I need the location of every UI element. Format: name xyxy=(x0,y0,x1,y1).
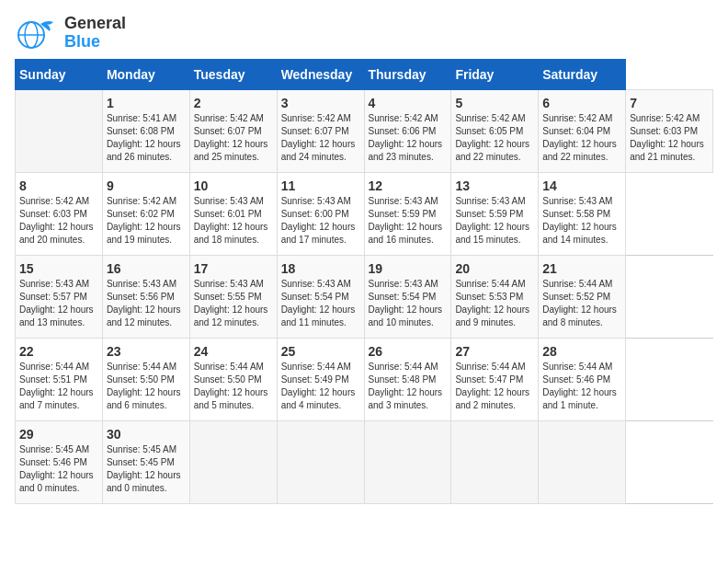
sunset-text: Sunset: 6:03 PM xyxy=(19,208,98,221)
daylight-text: Daylight: 12 hours and 14 minutes. xyxy=(542,221,621,247)
daylight-text: Daylight: 12 hours and 11 minutes. xyxy=(281,304,360,329)
day-number: 13 xyxy=(455,178,534,193)
cell-info: Sunrise: 5:44 AM Sunset: 5:49 PM Dayligh… xyxy=(281,361,360,412)
calendar-cell: 21 Sunrise: 5:44 AM Sunset: 5:52 PM Dayl… xyxy=(539,256,626,339)
sunset-text: Sunset: 5:51 PM xyxy=(19,373,98,386)
cell-info: Sunrise: 5:43 AM Sunset: 5:54 PM Dayligh… xyxy=(281,278,360,329)
calendar-cell: 6 Sunrise: 5:42 AM Sunset: 6:04 PM Dayli… xyxy=(539,90,626,173)
day-number: 12 xyxy=(369,178,448,193)
calendar-cell: 3 Sunrise: 5:42 AM Sunset: 6:07 PM Dayli… xyxy=(277,90,364,173)
sunrise-text: Sunrise: 5:44 AM xyxy=(455,278,534,291)
daylight-text: Daylight: 12 hours and 19 minutes. xyxy=(107,221,186,247)
sunrise-text: Sunrise: 5:44 AM xyxy=(107,361,186,373)
day-number: 30 xyxy=(107,427,186,442)
calendar-cell: 16 Sunrise: 5:43 AM Sunset: 5:56 PM Dayl… xyxy=(102,256,189,339)
sunrise-text: Sunrise: 5:43 AM xyxy=(369,195,448,208)
sunrise-text: Sunrise: 5:43 AM xyxy=(281,278,360,291)
calendar-cell: 25 Sunrise: 5:44 AM Sunset: 5:49 PM Dayl… xyxy=(277,339,364,421)
day-number: 28 xyxy=(542,344,621,359)
calendar-cell: 15 Sunrise: 5:43 AM Sunset: 5:57 PM Dayl… xyxy=(16,256,103,339)
week-row-1: 1 Sunrise: 5:41 AM Sunset: 6:08 PM Dayli… xyxy=(16,90,713,173)
sunrise-text: Sunrise: 5:44 AM xyxy=(194,361,273,373)
cell-info: Sunrise: 5:42 AM Sunset: 6:06 PM Dayligh… xyxy=(369,112,448,164)
sunset-text: Sunset: 5:50 PM xyxy=(194,373,273,386)
cell-info: Sunrise: 5:44 AM Sunset: 5:51 PM Dayligh… xyxy=(19,361,98,412)
daylight-text: Daylight: 12 hours and 9 minutes. xyxy=(455,304,534,329)
day-number: 1 xyxy=(107,96,186,110)
logo-blue-text: Blue xyxy=(64,33,126,52)
daylight-text: Daylight: 12 hours and 16 minutes. xyxy=(369,221,448,247)
cell-info: Sunrise: 5:43 AM Sunset: 5:54 PM Dayligh… xyxy=(369,278,448,329)
logo: General Blue xyxy=(15,15,126,52)
sunrise-text: Sunrise: 5:43 AM xyxy=(369,278,448,291)
calendar-cell: 22 Sunrise: 5:44 AM Sunset: 5:51 PM Dayl… xyxy=(16,339,103,421)
sunset-text: Sunset: 5:59 PM xyxy=(455,208,534,221)
cell-info: Sunrise: 5:43 AM Sunset: 5:59 PM Dayligh… xyxy=(369,195,448,247)
sunset-text: Sunset: 5:58 PM xyxy=(542,208,621,221)
calendar-cell: 12 Sunrise: 5:43 AM Sunset: 5:59 PM Dayl… xyxy=(364,173,451,256)
sunrise-text: Sunrise: 5:42 AM xyxy=(630,112,709,125)
cell-info: Sunrise: 5:42 AM Sunset: 6:07 PM Dayligh… xyxy=(281,112,360,164)
cell-info: Sunrise: 5:42 AM Sunset: 6:04 PM Dayligh… xyxy=(542,112,621,164)
week-row-2: 8 Sunrise: 5:42 AM Sunset: 6:03 PM Dayli… xyxy=(16,173,713,256)
sunrise-text: Sunrise: 5:45 AM xyxy=(19,443,98,456)
calendar-cell: 19 Sunrise: 5:43 AM Sunset: 5:54 PM Dayl… xyxy=(364,256,451,339)
calendar-cell: 1 Sunrise: 5:41 AM Sunset: 6:08 PM Dayli… xyxy=(102,90,189,173)
sunset-text: Sunset: 6:01 PM xyxy=(194,208,273,221)
day-number: 21 xyxy=(542,261,621,276)
cell-info: Sunrise: 5:43 AM Sunset: 5:55 PM Dayligh… xyxy=(194,278,273,329)
day-number: 26 xyxy=(369,344,448,359)
daylight-text: Daylight: 12 hours and 3 minutes. xyxy=(369,386,448,412)
cell-info: Sunrise: 5:43 AM Sunset: 5:56 PM Dayligh… xyxy=(107,278,186,329)
sunrise-text: Sunrise: 5:42 AM xyxy=(369,112,448,125)
calendar-cell: 7 Sunrise: 5:42 AM Sunset: 6:03 PM Dayli… xyxy=(626,90,713,173)
calendar-cell: 28 Sunrise: 5:44 AM Sunset: 5:46 PM Dayl… xyxy=(539,339,626,421)
week-row-5: 29 Sunrise: 5:45 AM Sunset: 5:46 PM Dayl… xyxy=(16,421,713,504)
cell-info: Sunrise: 5:42 AM Sunset: 6:02 PM Dayligh… xyxy=(107,195,186,247)
day-number: 8 xyxy=(19,178,98,193)
day-number: 9 xyxy=(107,178,186,193)
daylight-text: Daylight: 12 hours and 25 minutes. xyxy=(194,138,273,164)
sunset-text: Sunset: 5:56 PM xyxy=(107,291,186,304)
calendar-cell: 9 Sunrise: 5:42 AM Sunset: 6:02 PM Dayli… xyxy=(102,173,189,256)
cell-info: Sunrise: 5:42 AM Sunset: 6:03 PM Dayligh… xyxy=(19,195,98,247)
daylight-text: Daylight: 12 hours and 17 minutes. xyxy=(281,221,360,247)
sunset-text: Sunset: 5:54 PM xyxy=(281,291,360,304)
sunset-text: Sunset: 5:46 PM xyxy=(19,456,98,469)
day-number: 23 xyxy=(107,344,186,359)
daylight-text: Daylight: 12 hours and 7 minutes. xyxy=(19,386,98,412)
calendar-cell: 14 Sunrise: 5:43 AM Sunset: 5:58 PM Dayl… xyxy=(539,173,626,256)
sunrise-text: Sunrise: 5:44 AM xyxy=(542,278,621,291)
calendar-cell: 11 Sunrise: 5:43 AM Sunset: 6:00 PM Dayl… xyxy=(277,173,364,256)
day-header-sunday: Sunday xyxy=(16,60,103,90)
sunset-text: Sunset: 6:05 PM xyxy=(455,125,534,138)
sunset-text: Sunset: 6:07 PM xyxy=(281,125,360,138)
calendar-cell xyxy=(189,421,277,504)
sunset-text: Sunset: 6:00 PM xyxy=(281,208,360,221)
calendar-cell: 10 Sunrise: 5:43 AM Sunset: 6:01 PM Dayl… xyxy=(189,173,277,256)
calendar-cell: 23 Sunrise: 5:44 AM Sunset: 5:50 PM Dayl… xyxy=(102,339,189,421)
cell-info: Sunrise: 5:44 AM Sunset: 5:53 PM Dayligh… xyxy=(455,278,534,329)
sunrise-text: Sunrise: 5:44 AM xyxy=(455,361,534,373)
day-number: 4 xyxy=(369,96,448,110)
sunrise-text: Sunrise: 5:41 AM xyxy=(107,112,186,125)
day-number: 18 xyxy=(281,261,360,276)
sunrise-text: Sunrise: 5:43 AM xyxy=(194,278,273,291)
day-number: 22 xyxy=(19,344,98,359)
cell-info: Sunrise: 5:44 AM Sunset: 5:50 PM Dayligh… xyxy=(194,361,273,412)
sunset-text: Sunset: 5:47 PM xyxy=(455,373,534,386)
calendar-cell: 18 Sunrise: 5:43 AM Sunset: 5:54 PM Dayl… xyxy=(277,256,364,339)
calendar-cell: 17 Sunrise: 5:43 AM Sunset: 5:55 PM Dayl… xyxy=(189,256,277,339)
daylight-text: Daylight: 12 hours and 21 minutes. xyxy=(630,138,709,164)
sunset-text: Sunset: 6:06 PM xyxy=(369,125,448,138)
day-header-friday: Friday xyxy=(451,60,539,90)
day-number: 19 xyxy=(369,261,448,276)
calendar-cell xyxy=(539,421,626,504)
sunset-text: Sunset: 5:46 PM xyxy=(542,373,621,386)
cell-info: Sunrise: 5:43 AM Sunset: 5:57 PM Dayligh… xyxy=(19,278,98,329)
day-header-saturday: Saturday xyxy=(539,60,626,90)
calendar-cell: 27 Sunrise: 5:44 AM Sunset: 5:47 PM Dayl… xyxy=(451,339,539,421)
daylight-text: Daylight: 12 hours and 6 minutes. xyxy=(107,386,186,412)
calendar-cell xyxy=(16,90,103,173)
daylight-text: Daylight: 12 hours and 22 minutes. xyxy=(455,138,534,164)
